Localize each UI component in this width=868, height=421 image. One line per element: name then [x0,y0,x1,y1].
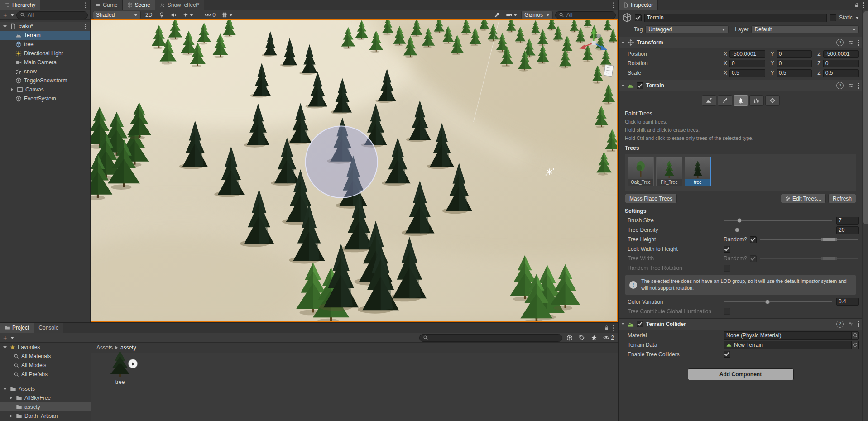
hierarchy-search-input[interactable]: All [16,11,88,19]
folder-darth-artisan[interactable]: Darth_Artisan [0,411,91,421]
draw-mode-dropdown[interactable]: Shaded [93,11,141,19]
favorites-all-models[interactable]: All Models [0,361,91,370]
mass-place-trees-button[interactable]: Mass Place Trees [625,194,677,203]
help-icon[interactable] [836,39,844,46]
foldout-down-icon[interactable] [621,323,625,325]
scene-panel-menu-icon[interactable] [613,2,615,8]
help-icon[interactable] [836,82,844,89]
random-rotation-checkbox[interactable] [724,265,730,272]
asset-play-button[interactable] [128,359,138,368]
scene-options-icon[interactable] [85,24,86,29]
scene-search-input[interactable]: All [555,11,616,19]
search-by-label-button[interactable] [577,334,587,341]
material-object-field[interactable]: None (Physic Material) [724,331,859,340]
rotation-z-field[interactable]: 0 [823,60,859,67]
hierarchy-item-snow[interactable]: snow [0,67,90,76]
tree-height-random-checkbox[interactable] [750,236,757,243]
folder-allskyfree[interactable]: AllSkyFree [0,393,91,402]
static-dropdown-icon[interactable] [855,17,859,19]
inspector-scrollbar[interactable] [862,10,868,421]
terrain-collider-header[interactable]: Terrain Collider [619,318,863,330]
tab-scene[interactable]: Scene [123,0,155,10]
refresh-button[interactable]: Refresh [828,194,856,203]
lock-icon[interactable] [854,2,859,8]
foldout-down-icon[interactable] [3,25,7,28]
position-y-field[interactable]: 0 [777,50,812,58]
preset-icon[interactable] [848,83,854,88]
project-search-input[interactable] [419,334,562,342]
paint-details-tool[interactable] [749,95,764,106]
edit-trees-button[interactable]: Edit Trees... [781,194,826,203]
static-checkbox[interactable] [830,14,836,21]
hierarchy-create-button[interactable]: + [2,12,8,18]
rotation-x-field[interactable]: 0 [729,60,765,67]
favorites-all-prefabs[interactable]: All Prefabs [0,370,91,379]
preset-icon[interactable] [848,40,854,45]
rotation-y-field[interactable]: 0 [777,60,812,67]
component-enabled-checkbox[interactable] [637,321,643,327]
scene-audio-toggle[interactable] [169,11,179,19]
scale-x-field[interactable]: 0.5 [729,69,765,77]
scene-fx-dropdown[interactable] [181,11,195,19]
2d-toggle[interactable]: 2D [143,12,154,18]
hierarchy-item-togglesnowstorm[interactable]: ToggleSnowstorm [0,76,90,85]
color-variation-slider[interactable] [724,299,832,305]
component-menu-icon[interactable] [858,321,860,327]
tree-height-range-slider[interactable] [760,236,858,243]
hierarchy-item-terrain[interactable]: Terrain [0,31,90,40]
tool-settings-button[interactable] [493,11,502,19]
favorites-all-materials[interactable]: All Materials [0,352,91,361]
foldout-down-icon[interactable] [3,388,7,390]
asset-thumbnail[interactable] [106,349,134,377]
help-icon[interactable] [836,321,844,328]
search-by-type-button[interactable] [565,334,575,341]
foldout-down-icon[interactable] [621,85,625,87]
hidden-packages-toggle[interactable]: 2 [601,334,616,341]
tree-density-field[interactable]: 20 [836,226,859,234]
scene-lighting-toggle[interactable] [157,11,167,19]
lock-width-checkbox[interactable] [724,246,730,253]
hierarchy-item-directional-light[interactable]: Directional Light [0,49,90,58]
tab-console[interactable]: Console [34,323,63,333]
folder-assety[interactable]: assety [0,402,91,411]
tree-width-range-slider[interactable] [760,255,858,262]
hierarchy-scene-row[interactable]: cviko* [0,22,90,31]
note-gizmo-icon[interactable] [604,65,614,77]
tree-palette-oak[interactable]: Oak_Tree [628,157,654,186]
tab-project[interactable]: Project [0,323,34,333]
component-menu-icon[interactable] [858,83,860,89]
component-enabled-checkbox[interactable] [637,82,643,89]
position-z-field[interactable]: -500.0001 [823,50,859,58]
project-create-dropdown-icon[interactable] [10,337,14,339]
active-checkbox[interactable] [635,14,642,21]
hierarchy-item-tree[interactable]: tree [0,40,90,49]
tag-dropdown[interactable]: Untagged [645,25,729,33]
foldout-right-icon[interactable] [11,88,13,91]
layer-dropdown[interactable]: Default [751,25,859,33]
scene-visibility-toggle[interactable]: 0 [203,11,217,19]
foldout-down-icon[interactable] [621,42,625,44]
tree-palette-tree[interactable]: tree [685,157,711,186]
hierarchy-panel-menu-icon[interactable] [85,2,87,8]
tree-gi-checkbox[interactable] [724,308,730,315]
foldout-right-icon[interactable] [10,396,12,400]
foldout-down-icon[interactable] [3,346,7,349]
tab-hierarchy[interactable]: Hierarchy [0,0,40,10]
position-x-field[interactable]: -500.0001 [729,50,765,58]
terrain-settings-tool[interactable] [765,95,780,106]
inspector-panel-menu-icon[interactable] [863,2,865,8]
scale-y-field[interactable]: 0.5 [777,69,812,77]
enable-tree-colliders-checkbox[interactable] [724,351,730,358]
tree-palette-fir[interactable]: Fir_Tree [656,157,682,186]
terrain-component-header[interactable]: Terrain [619,80,863,91]
hierarchy-item-main-camera[interactable]: Main Camera [0,58,90,67]
hierarchy-item-eventsystem[interactable]: EventSystem [0,94,90,103]
tab-inspector[interactable]: Inspector [619,0,658,10]
scene-3d-canvas[interactable] [91,20,617,321]
assets-root-row[interactable]: Assets [0,384,91,393]
tab-game[interactable]: Game [91,0,123,10]
color-variation-field[interactable]: 0.4 [836,298,859,306]
terrain-data-object-field[interactable]: New Terrain [724,341,859,349]
tree-density-slider[interactable] [724,227,832,233]
component-menu-icon[interactable] [858,40,860,46]
